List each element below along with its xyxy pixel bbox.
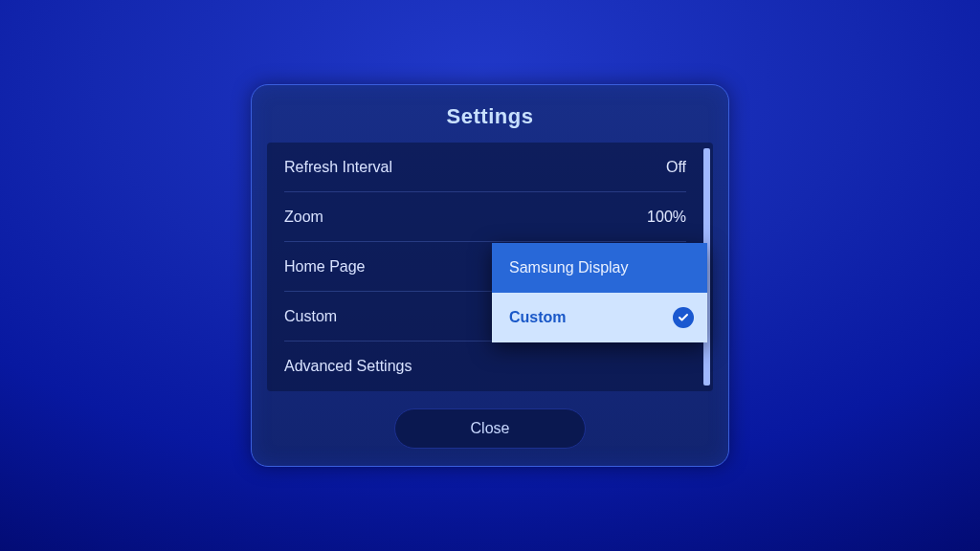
settings-dialog: Settings Refresh Interval Off Zoom 100% … bbox=[251, 84, 729, 467]
row-label: Refresh Interval bbox=[284, 159, 392, 176]
row-label: Home Page bbox=[284, 258, 366, 276]
check-icon bbox=[673, 307, 694, 328]
dropdown-option-label: Custom bbox=[509, 309, 567, 326]
dropdown-option-label: Samsung Display bbox=[509, 259, 629, 276]
row-advanced-settings[interactable]: Advanced Settings bbox=[284, 342, 686, 391]
close-wrap: Close bbox=[267, 408, 713, 449]
close-button[interactable]: Close bbox=[394, 408, 586, 449]
row-value: 100% bbox=[647, 209, 686, 226]
home-page-dropdown: Samsung Display Custom bbox=[492, 243, 707, 342]
row-label: Zoom bbox=[284, 209, 323, 226]
row-zoom[interactable]: Zoom 100% bbox=[284, 192, 686, 242]
row-label: Advanced Settings bbox=[284, 358, 412, 375]
dropdown-option-samsung-display[interactable]: Samsung Display bbox=[492, 243, 707, 293]
dropdown-option-custom[interactable]: Custom bbox=[492, 293, 707, 342]
row-refresh-interval[interactable]: Refresh Interval Off bbox=[284, 143, 686, 192]
row-value: Off bbox=[666, 159, 686, 176]
row-label: Custom bbox=[284, 308, 337, 325]
dialog-title: Settings bbox=[267, 99, 713, 143]
